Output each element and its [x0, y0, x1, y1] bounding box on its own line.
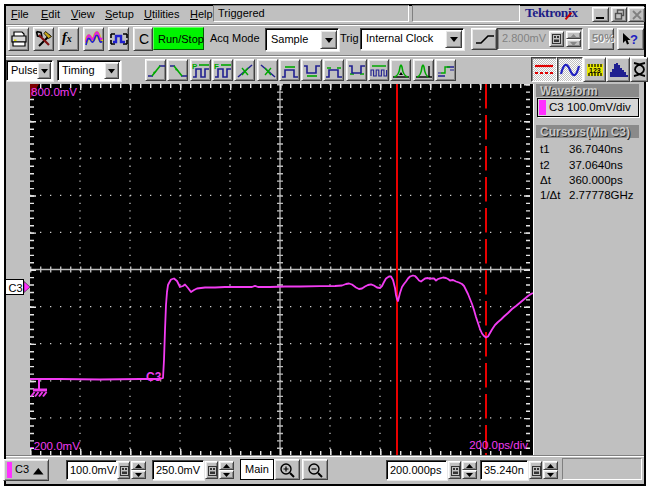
svg-text:-200.0mV: -200.0mV [30, 440, 80, 452]
svg-text:C3: C3 [146, 370, 162, 384]
svg-text:200.0ps/div: 200.0ps/div [469, 439, 528, 451]
svg-text:800.0mV: 800.0mV [31, 86, 77, 98]
svg-text:123: 123 [589, 67, 601, 74]
svg-text:?: ? [630, 32, 638, 47]
svg-text:C3: C3 [9, 282, 23, 294]
